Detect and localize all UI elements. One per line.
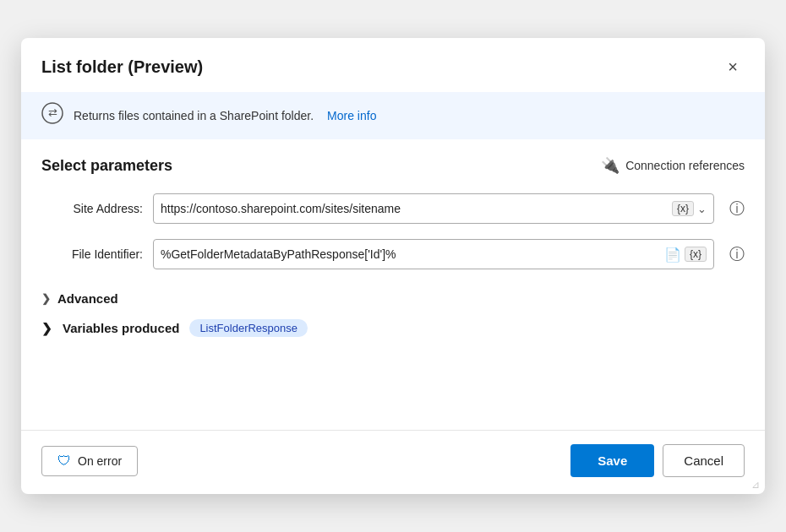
close-button[interactable]: × xyxy=(721,55,745,79)
dialog-footer: 🛡 On error Save Cancel xyxy=(21,430,765,494)
more-info-link[interactable]: More info xyxy=(327,109,376,122)
footer-right: Save Cancel xyxy=(570,444,745,477)
save-button[interactable]: Save xyxy=(570,444,654,477)
file-picker-icon[interactable]: 📄 xyxy=(664,247,681,263)
file-identifier-actions: 📄 {x} xyxy=(664,247,707,263)
section-header: Select parameters 🔌 Connection reference… xyxy=(41,156,745,175)
file-identifier-row: File Identifier: 📄 {x} ⓘ xyxy=(41,239,745,269)
connection-references-label: Connection references xyxy=(625,159,745,172)
file-identifier-badge[interactable]: {x} xyxy=(685,247,707,262)
dialog: List folder (Preview) × ⇄ Returns files … xyxy=(21,38,765,494)
site-address-row: Site Address: {x} ⌄ ⓘ xyxy=(41,193,745,224)
site-address-badge[interactable]: {x} xyxy=(672,201,694,216)
advanced-section[interactable]: ❯ Advanced xyxy=(41,285,745,312)
plug-icon: 🔌 xyxy=(601,156,620,175)
file-identifier-input-wrapper: 📄 {x} xyxy=(153,239,714,269)
on-error-button[interactable]: 🛡 On error xyxy=(41,446,138,476)
on-error-label: On error xyxy=(78,454,122,468)
variables-label: Variables produced xyxy=(63,321,179,335)
shield-icon: 🛡 xyxy=(57,453,71,469)
site-address-info-icon[interactable]: ⓘ xyxy=(729,198,745,219)
variables-chevron-icon: ❯ xyxy=(41,321,52,336)
dialog-body: Select parameters 🔌 Connection reference… xyxy=(21,139,765,423)
svg-text:⇄: ⇄ xyxy=(48,106,57,119)
dialog-title: List folder (Preview) xyxy=(41,57,203,77)
banner-text: Returns files contained in a SharePoint … xyxy=(74,109,314,122)
variables-badge: ListFolderResponse xyxy=(189,319,308,337)
file-identifier-label: File Identifier: xyxy=(41,247,143,261)
site-address-chevron-icon[interactable]: ⌄ xyxy=(697,203,707,215)
site-address-label: Site Address: xyxy=(41,202,143,215)
dialog-header: List folder (Preview) × xyxy=(21,38,765,92)
site-address-input-wrapper: {x} ⌄ xyxy=(153,193,714,224)
cancel-button[interactable]: Cancel xyxy=(663,444,745,477)
connection-references-button[interactable]: 🔌 Connection references xyxy=(601,156,745,175)
advanced-chevron-icon: ❯ xyxy=(41,292,51,305)
file-identifier-input[interactable] xyxy=(161,247,664,261)
variables-section[interactable]: ❯ Variables produced ListFolderResponse xyxy=(41,312,745,344)
sharepoint-icon: ⇄ xyxy=(41,102,63,129)
site-address-input[interactable] xyxy=(161,202,672,215)
site-address-actions: {x} ⌄ xyxy=(672,201,707,216)
resize-handle: ⊿ xyxy=(751,479,760,491)
advanced-label: Advanced xyxy=(57,291,118,306)
section-title: Select parameters xyxy=(41,157,172,175)
file-identifier-info-icon[interactable]: ⓘ xyxy=(729,244,745,264)
info-banner: ⇄ Returns files contained in a SharePoin… xyxy=(21,92,765,139)
